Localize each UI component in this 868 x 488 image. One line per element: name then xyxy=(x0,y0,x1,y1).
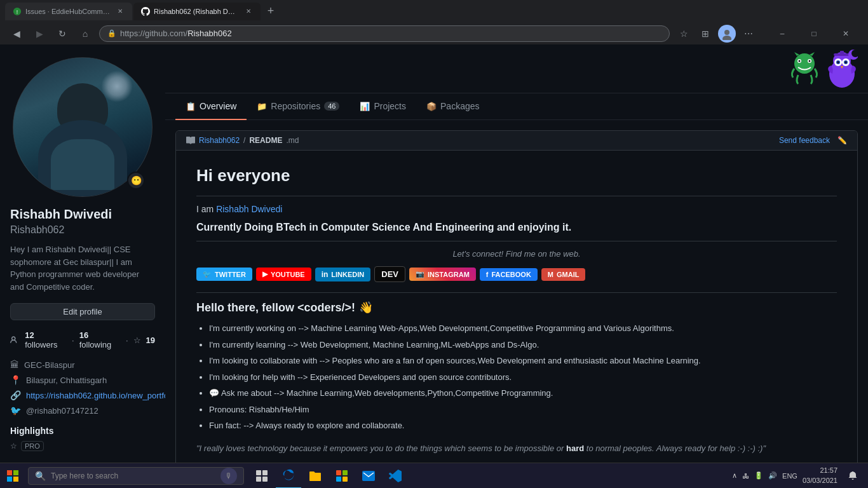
svg-rect-22 xyxy=(13,470,18,475)
vscode-app-button[interactable] xyxy=(383,463,408,489)
meta-twitter: 🐦 @rishabh07147212 xyxy=(10,405,155,416)
tab-bar: ! Issues · EddieHubCommunity/a... ✕ Rish… xyxy=(0,0,868,22)
edit-profile-button[interactable]: Edit profile xyxy=(10,303,155,320)
store-app-button[interactable] xyxy=(329,463,355,489)
tab-1[interactable]: ! Issues · EddieHubCommunity/a... ✕ xyxy=(5,3,132,20)
file-explorer-button[interactable] xyxy=(302,463,328,489)
svg-point-17 xyxy=(837,62,839,64)
tray-expand-icon[interactable]: ∧ xyxy=(732,471,737,480)
svg-rect-26 xyxy=(262,470,268,475)
tray-volume-icon[interactable]: 🔊 xyxy=(768,471,777,480)
twitter-button[interactable]: 🐦 TWITTER xyxy=(196,268,252,281)
tray-battery-icon[interactable]: 🔋 xyxy=(754,471,763,480)
youtube-button[interactable]: ▶ YOUTUBE xyxy=(256,268,311,281)
svg-rect-32 xyxy=(342,477,348,482)
following-link[interactable]: 16 following xyxy=(79,330,121,349)
browser-menu-button[interactable]: ⋯ xyxy=(740,25,757,43)
nav-packages-tab[interactable]: 📦 Packages xyxy=(416,93,489,120)
notification-button[interactable] xyxy=(843,463,863,489)
svg-rect-23 xyxy=(7,477,12,482)
user-fullname: Rishabh Dwivedi xyxy=(10,207,155,222)
bookmark-icon[interactable]: ☆ xyxy=(675,25,693,43)
readme-icon xyxy=(186,136,195,145)
divider-2 xyxy=(196,241,837,241)
pro-star-icon: ☆ xyxy=(10,442,17,451)
readme-actions: Send feedback ✏️ xyxy=(779,136,847,145)
gmail-button[interactable]: M GMAIL xyxy=(541,268,586,281)
profile-avatar[interactable] xyxy=(718,25,736,43)
tab-2[interactable]: Rishabh062 (Rishabh Dwivedi) ✕ xyxy=(133,3,261,20)
packages-tab-icon: 📦 xyxy=(426,102,437,111)
profile-meta: 🏛 GEC-Bilaspur 📍 Bilaspur, Chhattisgarh … xyxy=(10,360,155,416)
edge-app-button[interactable] xyxy=(276,463,301,489)
follow-stats: 12 followers · 16 following · ☆ 19 xyxy=(10,330,155,349)
svg-rect-25 xyxy=(256,470,261,475)
svg-rect-21 xyxy=(7,470,12,475)
instagram-button[interactable]: 📷 INSTAGRAM xyxy=(409,268,476,281)
taskbar-time: 21:57 xyxy=(803,466,837,475)
mic-button[interactable]: 🎙 xyxy=(220,468,237,484)
new-tab-button[interactable]: + xyxy=(262,3,280,20)
location-text: Bilaspur, Chhattisgarh xyxy=(26,376,107,385)
facebook-button[interactable]: f FACEBOOK xyxy=(480,268,538,281)
twitter-btn-label: TWITTER xyxy=(215,271,246,278)
address-input[interactable]: 🔒 https://github.com/Rishabh062 xyxy=(99,25,670,42)
github-sidebar: 😶 Rishabh Dwivedi Rishabh062 Hey I am Ri… xyxy=(0,44,165,463)
location-icon: 📍 xyxy=(10,375,21,385)
nav-overview-tab[interactable]: 📋 Overview xyxy=(175,93,247,120)
user-login: Rishabh062 xyxy=(10,224,155,236)
tab-1-title: Issues · EddieHubCommunity/a... xyxy=(25,8,112,15)
edit-readme-icon[interactable]: ✏️ xyxy=(837,136,847,145)
tab-2-favicon xyxy=(141,7,150,16)
github-main: 📋 Overview 📁 Repositories 46 📊 Projects … xyxy=(165,44,868,463)
bullet-7: Fun fact: --> Always ready to explore an… xyxy=(209,419,837,432)
bullet-5: 💬 Ask me about --> Machine Learning,Web … xyxy=(209,387,837,400)
svg-point-2 xyxy=(724,30,729,35)
url-prefix: https://github.com/ xyxy=(120,29,187,38)
stars-count: 19 xyxy=(146,336,155,345)
search-icon: 🔍 xyxy=(35,471,46,481)
dev-button[interactable]: DEV xyxy=(374,266,405,282)
linkedin-button[interactable]: in LINKEDIN xyxy=(315,268,371,281)
collections-icon[interactable]: ⊞ xyxy=(696,25,714,43)
facebook-btn-icon: f xyxy=(486,271,489,278)
reload-button[interactable]: ↻ xyxy=(53,25,71,43)
user-bio: Hey I am Rishabh Dwivedi|| CSE sophomore… xyxy=(10,243,155,293)
website-link[interactable]: https://rishabh062.github.io/new_portfo.… xyxy=(26,391,165,400)
tab-2-close[interactable]: ✕ xyxy=(244,6,253,17)
maximize-button[interactable]: □ xyxy=(799,25,829,43)
overview-tab-label: Overview xyxy=(200,101,236,111)
breadcrumb-repo[interactable]: Rishabh062 xyxy=(199,136,240,145)
nav-projects-tab[interactable]: 📊 Projects xyxy=(349,93,416,120)
minimize-button[interactable]: – xyxy=(768,25,797,43)
repos-tab-icon: 📁 xyxy=(257,102,267,111)
send-feedback-link[interactable]: Send feedback xyxy=(779,136,830,145)
task-view-button[interactable] xyxy=(249,463,275,489)
meta-location: 📍 Bilaspur, Chhattisgarh xyxy=(10,375,155,385)
followers-label: followers xyxy=(25,340,57,349)
tab-1-close[interactable]: ✕ xyxy=(116,6,125,17)
taskbar-search[interactable]: 🔍 Type here to search 🎙 xyxy=(28,467,244,485)
close-button[interactable]: ✕ xyxy=(831,25,860,43)
bullet-3: I'm looking to collaborate with --> Peop… xyxy=(209,355,837,367)
back-button[interactable]: ◀ xyxy=(8,25,25,43)
svg-point-4 xyxy=(794,53,815,74)
wave-emoji: 👋 xyxy=(359,301,373,315)
start-button[interactable] xyxy=(0,463,25,489)
readme-body: Hi everyone I am Rishabh Dwivedi Current… xyxy=(176,151,857,463)
nav-tabs-row: 📋 Overview 📁 Repositories 46 📊 Projects … xyxy=(165,93,868,120)
nav-repositories-tab[interactable]: 📁 Repositories 46 xyxy=(247,93,349,120)
tray-network-icon[interactable]: 🖧 xyxy=(742,472,749,480)
intro-name-link[interactable]: Rishabh Dwivedi xyxy=(216,204,282,214)
separator-dot-2: · xyxy=(126,336,128,345)
stars-icon: ☆ xyxy=(133,336,141,345)
forward-button[interactable]: ▶ xyxy=(31,25,48,43)
readme-heading: Hi everyone xyxy=(196,166,837,186)
readme-breadcrumb: Rishabh062 / README .md xyxy=(186,136,299,145)
following-label: following xyxy=(79,340,112,349)
taskbar-datetime: 21:57 03/03/2021 xyxy=(803,466,837,485)
followers-link[interactable]: 12 followers xyxy=(25,330,67,349)
svg-rect-24 xyxy=(13,477,18,482)
home-button[interactable]: ⌂ xyxy=(76,25,94,43)
mail-app-button[interactable] xyxy=(356,463,381,489)
